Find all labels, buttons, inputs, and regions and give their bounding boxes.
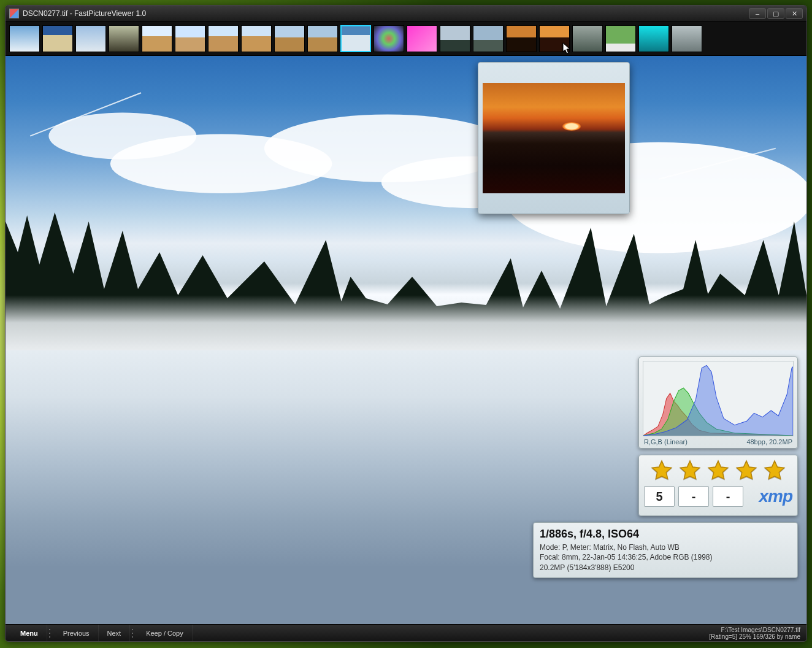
histogram-plot [643,361,794,436]
thumbnail[interactable] [506,25,537,52]
exif-panel: 1/886s, f/4.8, ISO64 Mode: P, Meter: Mat… [533,522,798,578]
svg-line-5 [30,93,141,136]
thumbnail[interactable] [407,25,437,52]
toolbar-grip-icon [48,628,53,638]
histogram-mode: R,G,B (Linear) [644,438,688,446]
thumbnail[interactable] [75,25,106,52]
toolbar-grip-icon [131,628,136,638]
keep-copy-button[interactable]: Keep / Copy [137,625,193,641]
thumbnail[interactable] [373,25,404,52]
thumbnail[interactable] [605,25,636,52]
thumbnail[interactable] [9,25,40,52]
exif-line: Focal: 8mm, 22-Jan-05 14:36:25, Adobe RG… [540,552,791,562]
exif-line: Mode: P, Meter: Matrix, No Flash, Auto W… [540,542,791,552]
rating-extra-box[interactable]: - [713,486,743,507]
thumbnail[interactable] [672,25,702,52]
histogram-legend: R,G,B (Linear) 48bpp, 20.2MP [639,436,797,448]
thumbnail[interactable] [572,25,603,52]
image-viewport[interactable]: R,G,B (Linear) 48bpp, 20.2MP 5 - - xm [6,56,806,624]
stars-row [644,459,792,482]
previous-button[interactable]: Previous [55,625,99,641]
thumbnail[interactable] [175,25,205,52]
star-icon[interactable] [678,459,702,482]
svg-point-1 [110,134,332,193]
app-icon [9,9,19,18]
thumbnail[interactable] [142,25,172,52]
exif-line: 20.2MP (5'184x3'888) E5200 [540,563,791,573]
histogram-panel[interactable]: R,G,B (Linear) 48bpp, 20.2MP [638,357,798,449]
thumbnail-strip[interactable] [6,21,806,56]
status-text: F:\Test Images\DSCN0277.tif [Rating=5] 2… [709,627,800,640]
titlebar[interactable]: DSCN0277.tif - FastPictureViewer 1.0 – ▢… [6,6,806,21]
rating-panel[interactable]: 5 - - xmp [638,455,798,516]
status-path: F:\Test Images\DSCN0277.tif [709,627,800,633]
svg-rect-7 [6,295,806,350]
close-button[interactable]: ✕ [786,8,803,19]
star-icon[interactable] [762,459,787,482]
minimize-button[interactable]: – [749,8,766,19]
main-image-treeline [6,197,806,350]
thumbnail[interactable] [42,25,73,52]
xmp-logo: xmp [747,487,792,506]
desktop-background: DSCN0277.tif - FastPictureViewer 1.0 – ▢… [0,0,812,648]
star-icon[interactable] [734,459,759,482]
rating-label-box[interactable]: - [678,486,709,507]
thumbnail[interactable] [208,25,239,52]
thumbnail[interactable] [539,25,570,52]
svg-point-2 [264,114,511,182]
thumbnail[interactable] [109,25,139,52]
menu-button[interactable]: Menu [12,625,47,641]
thumbnail-preview-popup [478,62,630,214]
window-controls: – ▢ ✕ [749,8,803,19]
thumbnail[interactable] [241,25,272,52]
status-details: [Rating=5] 25% 169/326 by name [709,633,800,640]
exif-headline: 1/886s, f/4.8, ISO64 [540,526,791,541]
app-window: DSCN0277.tif - FastPictureViewer 1.0 – ▢… [5,5,807,642]
thumbnail-selected[interactable] [340,25,371,52]
thumbnail[interactable] [307,25,338,52]
svg-line-6 [659,148,776,179]
window-title: DSCN0277.tif - FastPictureViewer 1.0 [23,9,749,18]
histogram-meta: 48bpp, 20.2MP [746,438,792,446]
svg-point-0 [48,112,196,159]
preview-image [483,83,625,193]
bottom-toolbar: Menu Previous Next Keep / Copy F:\Test I… [6,624,806,641]
rating-boxes: 5 - - xmp [644,486,792,507]
next-button[interactable]: Next [99,625,131,641]
thumbnail[interactable] [638,25,669,52]
thumbnail[interactable] [440,25,470,52]
star-icon[interactable] [706,459,730,482]
thumbnail[interactable] [274,25,305,52]
rating-value-box[interactable]: 5 [644,486,675,507]
maximize-button[interactable]: ▢ [767,8,784,19]
thumbnail[interactable] [473,25,504,52]
star-icon[interactable] [649,459,674,482]
